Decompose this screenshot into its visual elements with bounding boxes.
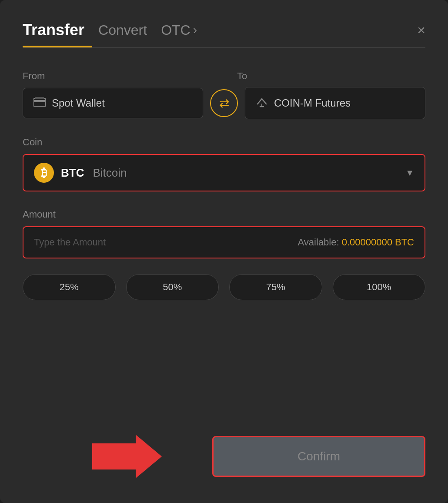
modal-header: Transfer Convert OTC › ×	[23, 21, 425, 39]
transfer-modal: Transfer Convert OTC › × From To	[0, 0, 448, 503]
amount-label: Amount	[23, 209, 425, 220]
from-to-section: From To Spot Wallet ⇄	[23, 70, 425, 119]
percent-25-button[interactable]: 25%	[23, 274, 116, 300]
btc-icon: ₿	[34, 163, 54, 183]
otc-chevron-icon: ›	[193, 23, 197, 37]
svg-marker-3	[92, 435, 162, 478]
available-label: Available:	[298, 237, 339, 248]
convert-tab[interactable]: Convert	[98, 22, 147, 38]
swap-button[interactable]: ⇄	[210, 89, 238, 117]
to-label: To	[237, 70, 425, 82]
coin-label: Coin	[23, 137, 425, 148]
percent-buttons-group: 25% 50% 75% 100%	[23, 274, 425, 300]
arrow-indicator-icon	[92, 435, 162, 478]
available-balance: Available: 0.00000000 BTC	[298, 237, 414, 248]
coin-dropdown-arrow-icon: ▼	[405, 168, 414, 178]
bottom-action-area: Confirm	[23, 436, 425, 477]
coin-symbol: BTC	[61, 166, 84, 180]
percent-50-button[interactable]: 50%	[126, 274, 219, 300]
confirm-button[interactable]: Confirm	[212, 436, 425, 477]
amount-placeholder: Type the Amount	[34, 237, 106, 248]
from-label: From	[23, 70, 211, 82]
coin-section: Coin ₿ BTC Bitcoin ▼	[23, 137, 425, 191]
close-button[interactable]: ×	[417, 23, 425, 37]
svg-rect-1	[33, 100, 46, 102]
svg-rect-2	[35, 97, 44, 99]
futures-transfer-icon	[256, 96, 268, 110]
coin-selector[interactable]: ₿ BTC Bitcoin ▼	[23, 154, 425, 191]
amount-input-box[interactable]: Type the Amount Available: 0.00000000 BT…	[23, 226, 425, 258]
from-to-labels: From To	[23, 70, 425, 82]
amount-section: Amount Type the Amount Available: 0.0000…	[23, 209, 425, 258]
from-to-inputs: Spot Wallet ⇄ COIN-M Futures	[23, 87, 425, 119]
percent-100-button[interactable]: 100%	[333, 274, 426, 300]
percent-75-button[interactable]: 75%	[229, 274, 322, 300]
from-wallet-selector[interactable]: Spot Wallet	[23, 88, 203, 118]
svg-rect-0	[33, 98, 46, 107]
tab-underline-wrapper	[23, 46, 425, 48]
to-wallet-label: COIN-M Futures	[274, 97, 351, 109]
available-value: 0.00000000 BTC	[342, 237, 414, 248]
wallet-card-icon	[33, 97, 46, 109]
otc-tab-label: OTC	[161, 22, 191, 38]
swap-arrows-icon: ⇄	[219, 96, 229, 111]
to-wallet-selector[interactable]: COIN-M Futures	[245, 87, 425, 119]
from-wallet-label: Spot Wallet	[52, 97, 105, 109]
active-tab-indicator	[23, 46, 92, 47]
coin-full-name: Bitcoin	[93, 166, 127, 180]
otc-tab[interactable]: OTC ›	[161, 22, 197, 38]
transfer-tab[interactable]: Transfer	[23, 21, 84, 39]
